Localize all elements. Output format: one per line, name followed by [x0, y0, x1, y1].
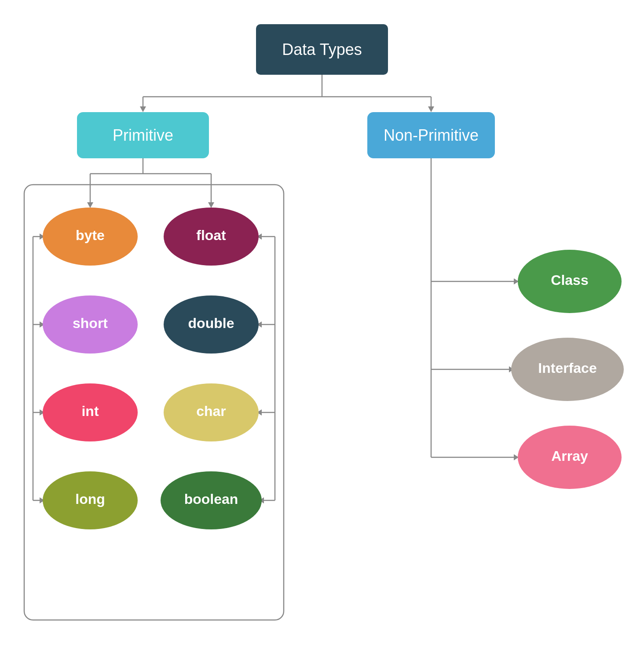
- short-label: short: [73, 315, 108, 331]
- interface-label: Interface: [538, 360, 596, 376]
- int-label: int: [81, 403, 99, 419]
- diagram: Data Types Primitive: [0, 0, 644, 660]
- class-label: Class: [551, 272, 588, 288]
- root-label: Data Types: [282, 40, 362, 58]
- array-label: Array: [551, 448, 588, 464]
- char-label: char: [196, 403, 226, 419]
- svg-marker-3: [140, 106, 146, 112]
- byte-label: byte: [76, 227, 105, 243]
- svg-marker-23: [208, 202, 214, 208]
- double-label: double: [188, 315, 234, 331]
- svg-marker-6: [428, 106, 434, 112]
- long-label: long: [75, 491, 105, 507]
- svg-marker-12: [87, 202, 93, 208]
- non-primitive-label: Non-Primitive: [384, 126, 479, 144]
- boolean-label: boolean: [184, 491, 238, 507]
- primitive-label: Primitive: [113, 126, 173, 144]
- float-label: float: [196, 227, 226, 243]
